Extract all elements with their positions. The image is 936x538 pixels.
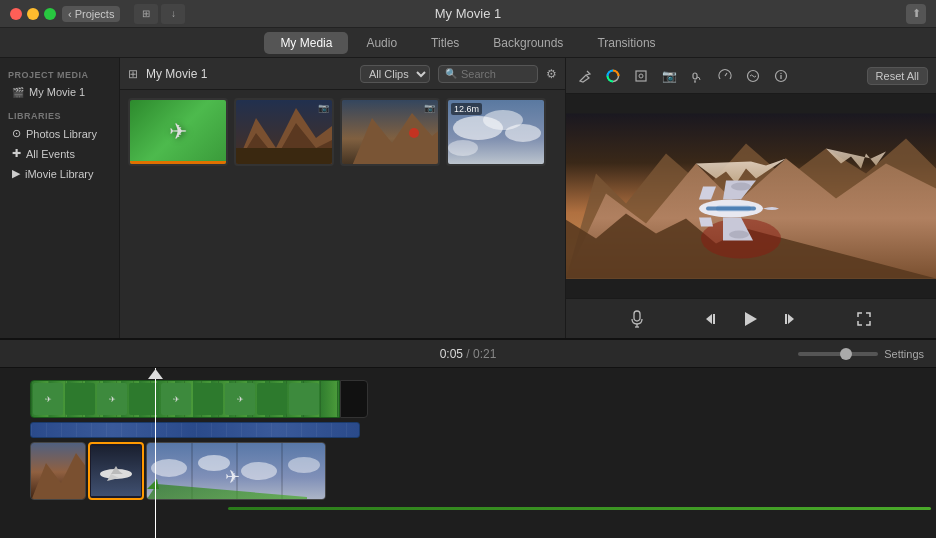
preview-video (566, 94, 936, 298)
svg-marker-42 (706, 314, 712, 324)
clip-1-thumbnail: ✈ (130, 100, 226, 164)
svg-marker-45 (788, 314, 794, 324)
play-button[interactable] (740, 309, 760, 329)
tab-titles[interactable]: Titles (415, 32, 475, 54)
grid-toggle-icon[interactable]: ⊞ (128, 67, 138, 81)
clip-2-camera-icon: 📷 (318, 103, 329, 113)
sidebar-item-project-media[interactable]: 🎬 My Movie 1 (4, 83, 115, 101)
broll-clip-clouds[interactable]: ✈ (146, 442, 326, 500)
zoom-slider[interactable] (798, 352, 878, 356)
zoom-thumb[interactable] (840, 348, 852, 360)
tab-bar: My Media Audio Titles Backgrounds Transi… (0, 28, 936, 58)
preview-controls (566, 298, 936, 338)
noise-tool[interactable] (742, 65, 764, 87)
project-name: My Movie 1 (29, 86, 85, 98)
svg-rect-3 (236, 148, 332, 166)
photos-icon: ⊙ (12, 127, 21, 140)
broll-track: ✈ (30, 442, 326, 500)
svg-point-11 (448, 140, 478, 156)
svg-line-18 (725, 73, 727, 76)
sidebar-item-photos[interactable]: ⊙ Photos Library (4, 124, 115, 143)
playhead-triangle (148, 369, 163, 379)
svg-point-36 (729, 231, 749, 239)
camera-icon: 📷 (662, 69, 677, 83)
fullscreen-button[interactable] (856, 311, 872, 327)
speed-icon (718, 69, 732, 83)
minimize-button[interactable] (27, 8, 39, 20)
photos-label: Photos Library (26, 128, 97, 140)
media-browser: ⊞ My Movie 1 All Clips 🔍 ⚙ ✈ (120, 58, 566, 338)
timeline-area: 0:05 / 0:21 Settings (0, 338, 936, 538)
crop-tool[interactable] (630, 65, 652, 87)
green-ramp-line (228, 507, 931, 510)
media-clip-3[interactable]: 📷 (340, 98, 440, 166)
camera-tool[interactable]: 📷 (658, 65, 680, 87)
timeline-current-time: 0:05 / 0:21 (440, 347, 497, 361)
sidebar-item-imovie-library[interactable]: ▶ iMovie Library (4, 164, 115, 183)
svg-marker-47 (148, 369, 163, 379)
settings-label: Settings (884, 348, 924, 360)
down-arrow-button[interactable]: ↓ (161, 4, 185, 24)
eyedropper-tool[interactable] (574, 65, 596, 87)
timeline-content: ✈ ✈ ✈ ✈ (0, 368, 936, 538)
back-projects-button[interactable]: ‹ Projects (62, 6, 120, 22)
svg-rect-15 (693, 73, 697, 79)
svg-point-14 (639, 74, 643, 78)
timeline-header: 0:05 / 0:21 Settings (0, 340, 936, 368)
svg-rect-46 (785, 314, 787, 324)
chevron-right-icon: ▶ (12, 167, 20, 180)
svg-marker-44 (745, 312, 757, 326)
sidebar-item-all-events[interactable]: ✚ All Events (4, 144, 115, 163)
tab-audio[interactable]: Audio (350, 32, 413, 54)
broll-airplane-svg (91, 446, 141, 496)
title-bar-left: ‹ Projects ⊞ ↓ (10, 4, 193, 24)
libraries-label: LIBRARIES (0, 107, 119, 123)
audio-icon (690, 69, 704, 83)
color-wheel-tool[interactable] (602, 65, 624, 87)
audio-tool[interactable] (686, 65, 708, 87)
media-clip-1[interactable]: ✈ (128, 98, 228, 166)
title-bar: ‹ Projects ⊞ ↓ My Movie 1 ⬆ (0, 0, 936, 28)
speed-tool[interactable] (714, 65, 736, 87)
broll-clip-airplane[interactable] (88, 442, 144, 500)
svg-rect-39 (634, 311, 640, 321)
mic-button[interactable] (630, 310, 644, 328)
search-icon: 🔍 (445, 68, 457, 79)
tab-backgrounds[interactable]: Backgrounds (477, 32, 579, 54)
media-clip-4[interactable]: 12.6m (446, 98, 546, 166)
reset-all-button[interactable]: Reset All (867, 67, 928, 85)
settings-icon[interactable]: ⚙ (546, 67, 557, 81)
video-track[interactable]: ✈ ✈ ✈ ✈ (30, 380, 926, 418)
maximize-button[interactable] (44, 8, 56, 20)
color-wheel-icon (606, 69, 620, 83)
info-tool[interactable] (770, 65, 792, 87)
close-button[interactable] (10, 8, 22, 20)
svg-marker-64 (147, 484, 307, 499)
share-icon: ⬆ (912, 7, 921, 20)
fullscreen-icon (856, 311, 872, 327)
video-clip-green[interactable]: ✈ ✈ ✈ ✈ (30, 380, 340, 418)
main-area: PROJECT MEDIA 🎬 My Movie 1 LIBRARIES ⊙ P… (0, 58, 936, 338)
audio-track[interactable] (30, 422, 360, 438)
grid-view-button[interactable]: ⊞ (134, 4, 158, 24)
traffic-lights (10, 8, 56, 20)
share-button[interactable]: ⬆ (906, 4, 926, 24)
tab-transitions[interactable]: Transitions (581, 32, 671, 54)
sidebar: PROJECT MEDIA 🎬 My Movie 1 LIBRARIES ⊙ P… (0, 58, 120, 338)
chevron-left-icon: ‹ (68, 8, 72, 20)
preview-scene-svg (566, 94, 936, 298)
skip-forward-button[interactable] (780, 311, 796, 327)
tab-my-media[interactable]: My Media (264, 32, 348, 54)
svg-point-22 (780, 72, 781, 73)
video-clip-end (340, 380, 368, 418)
clips-filter-select[interactable]: All Clips (360, 65, 430, 83)
skip-back-button[interactable] (704, 311, 720, 327)
svg-marker-32 (699, 218, 713, 227)
noise-icon (746, 69, 760, 83)
search-box[interactable]: 🔍 (438, 65, 538, 83)
broll-clip-mountains[interactable] (30, 442, 86, 500)
svg-rect-13 (636, 71, 646, 81)
media-clip-2[interactable]: 📷 (234, 98, 334, 166)
search-input[interactable] (461, 68, 531, 80)
events-label: All Events (26, 148, 75, 160)
